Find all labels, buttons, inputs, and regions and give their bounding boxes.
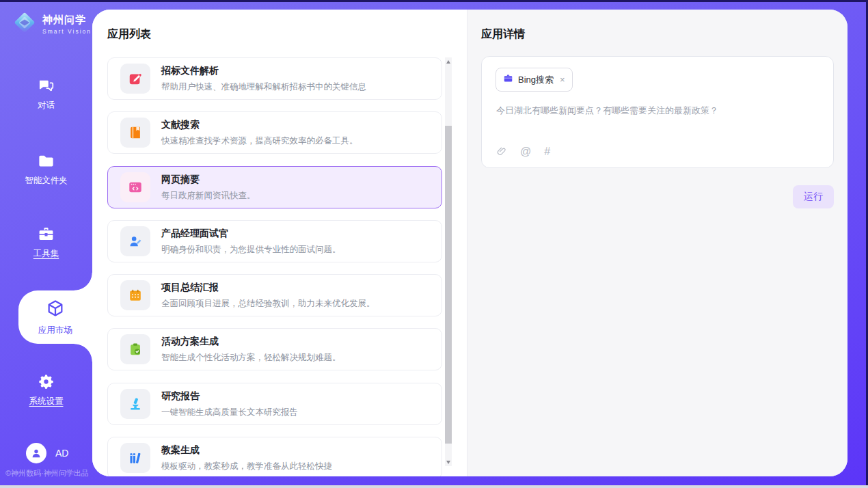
- scroll-down-button[interactable]: [445, 458, 452, 466]
- folder-icon: [0, 152, 92, 170]
- clipboard-check-icon: [120, 334, 150, 364]
- app-detail-title: 应用详情: [481, 27, 525, 42]
- scrollbar-thumb[interactable]: [445, 126, 452, 444]
- app-window: 神州问学 Smart Vision 对话 智能文件夹: [0, 0, 868, 488]
- copyright-footer: ©神州数码·神州问学出品: [5, 468, 89, 478]
- sidebar: 神州问学 Smart Vision 对话 智能文件夹: [0, 2, 92, 485]
- chat-bubble-icon: [0, 77, 92, 95]
- app-card-desc: 一键智能生成高质量长文本研究报告: [161, 407, 298, 418]
- paperclip-icon[interactable]: [496, 146, 507, 157]
- triangle-down-icon: [446, 461, 450, 464]
- list-scrollbar[interactable]: [445, 57, 452, 466]
- main-content-panel: 应用列表 招标文件解析 帮助用户快速、准确地理解和解析招标书中的关键信息: [92, 10, 847, 476]
- scroll-up-button[interactable]: [445, 57, 452, 66]
- app-card-research-report[interactable]: 研究报告 一键智能生成高质量长文本研究报告: [107, 383, 442, 425]
- app-card-project-summary[interactable]: 项目总结汇报 全面回顾项目进展，总结经验教训，助力未来优化发展。: [107, 274, 442, 316]
- pen-square-icon: [120, 64, 150, 94]
- app-card-title: 招标文件解析: [161, 65, 366, 77]
- sidebar-item-label: 智能文件夹: [0, 175, 92, 187]
- app-card-title: 教案生成: [161, 444, 332, 457]
- brand-logo: 神州问学 Smart Vision: [12, 10, 92, 38]
- app-card-web-summary-selected[interactable]: 网页摘要 每日政府新闻资讯快查。: [107, 166, 442, 208]
- calendar-icon: [120, 280, 150, 310]
- app-card-desc: 明确身份和职责，为您提供专业性的面试问题。: [161, 244, 341, 256]
- close-icon[interactable]: ×: [560, 75, 565, 84]
- app-card-tender-doc-analysis[interactable]: 招标文件解析 帮助用户快速、准确地理解和解析招标书中的关键信息: [107, 57, 442, 100]
- tool-tag-label: Bing搜索: [518, 74, 554, 86]
- sidebar-item-app-market-active[interactable]: 应用市场: [18, 290, 92, 344]
- sidebar-item-label: 对话: [0, 100, 92, 111]
- at-sign-icon[interactable]: @: [520, 146, 531, 158]
- run-button[interactable]: 运行: [793, 185, 834, 208]
- app-card-desc: 帮助用户快速、准确地理解和解析招标书中的关键信息: [161, 81, 366, 93]
- app-card-title: 活动方案生成: [161, 336, 341, 348]
- brand-name: 神州问学: [42, 14, 86, 25]
- sidebar-item-toolset[interactable]: 工具集: [0, 225, 92, 260]
- app-card-title: 项目总结汇报: [161, 282, 375, 294]
- book-icon: [120, 118, 150, 148]
- diamond-logo-icon: [12, 10, 37, 38]
- sidebar-item-smart-folder[interactable]: 智能文件夹: [0, 152, 92, 187]
- app-card-title: 研究报告: [161, 390, 298, 403]
- tool-tag-bing-search[interactable]: Bing搜索 ×: [496, 68, 573, 92]
- app-card-desc: 每日政府新闻资讯快查。: [161, 190, 256, 202]
- briefcase-icon: [503, 73, 513, 86]
- user-initials: AD: [55, 448, 68, 459]
- app-detail-section: 应用详情 Bing搜索 × 今日湖北有哪些新闻要点？有哪些需要关注的最新政策？: [467, 10, 847, 476]
- app-card-pm-interviewer[interactable]: 产品经理面试官 明确身份和职责，为您提供专业性的面试问题。: [107, 220, 442, 262]
- app-card-title: 网页摘要: [161, 174, 256, 186]
- avatar: [26, 443, 46, 463]
- sidebar-item-label: 工具集: [0, 248, 92, 260]
- app-card-title: 文献搜索: [161, 119, 358, 131]
- hash-icon[interactable]: #: [544, 146, 550, 158]
- app-card-title: 产品经理面试官: [161, 228, 341, 240]
- triangle-up-icon: [446, 60, 450, 64]
- user-account[interactable]: AD: [26, 443, 68, 463]
- sidebar-item-label: 系统设置: [0, 396, 92, 407]
- app-list-section: 应用列表 招标文件解析 帮助用户快速、准确地理解和解析招标书中的关键信息: [92, 10, 467, 476]
- toolbox-icon: [0, 225, 92, 243]
- app-card-desc: 智能生成个性化活动方案，轻松解决规划难题。: [161, 352, 341, 364]
- cube-icon: [46, 299, 65, 321]
- interviewer-icon: [120, 226, 150, 256]
- app-card-event-plan[interactable]: 活动方案生成 智能生成个性化活动方案，轻松解决规划难题。: [107, 328, 442, 370]
- app-list-title: 应用列表: [107, 27, 151, 42]
- books-icon: [120, 443, 150, 473]
- brand-tagline: Smart Vision: [42, 28, 92, 35]
- app-card-literature-search[interactable]: 文献搜索 快速精准查找学术资源，提高研究效率的必备工具。: [107, 111, 442, 154]
- app-card-desc: 全面回顾项目进展，总结经验教训，助力未来优化发展。: [161, 298, 375, 310]
- input-toolbar: @ #: [496, 146, 550, 158]
- sidebar-item-label: 应用市场: [38, 325, 72, 336]
- sidebar-item-settings[interactable]: 系统设置: [0, 372, 92, 407]
- microscope-icon: [120, 389, 150, 419]
- sidebar-item-chat[interactable]: 对话: [0, 77, 92, 111]
- question-text-input[interactable]: 今日湖北有哪些新闻要点？有哪些需要关注的最新政策？: [496, 105, 819, 117]
- gear-icon: [0, 372, 92, 391]
- browser-code-icon: [120, 172, 150, 202]
- app-card-lesson-plan[interactable]: 教案生成 模板驱动，教案秒成，教学准备从此轻松快捷: [107, 437, 442, 476]
- prompt-input-card[interactable]: Bing搜索 × 今日湖北有哪些新闻要点？有哪些需要关注的最新政策？ @ #: [481, 56, 834, 168]
- app-card-desc: 模板驱动，教案秒成，教学准备从此轻松快捷: [161, 461, 332, 472]
- app-card-desc: 快速精准查找学术资源，提高研究效率的必备工具。: [161, 135, 358, 147]
- person-icon: [30, 447, 42, 459]
- window-top-edge: [0, 0, 868, 2]
